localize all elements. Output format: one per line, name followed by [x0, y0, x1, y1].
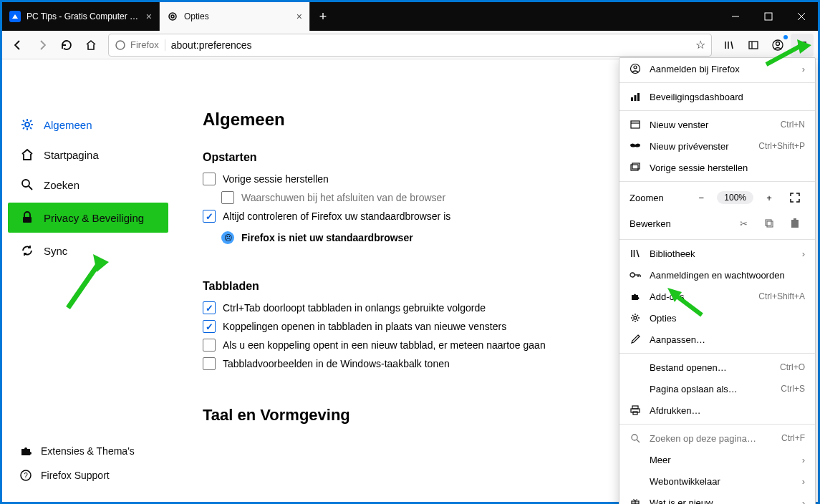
search-icon	[630, 432, 641, 444]
label: Webontwikkelaar	[650, 476, 794, 487]
checkbox-icon[interactable]	[203, 320, 216, 333]
fullscreen-button[interactable]	[785, 189, 805, 206]
menu-new-window[interactable]: Nieuw venster Ctrl+N	[619, 114, 815, 135]
label: Nieuw venster	[650, 120, 772, 130]
sidebar-button[interactable]	[742, 34, 765, 57]
menu-customize[interactable]: Aanpassen…	[619, 329, 815, 350]
account-icon	[630, 63, 641, 74]
sidebar-item-general[interactable]: Algemeen	[2, 110, 174, 140]
shortcut: Ctrl+Shift+P	[758, 141, 805, 151]
label: Pagina opslaan als…	[650, 384, 772, 394]
tab-options[interactable]: Opties ×	[160, 2, 310, 31]
account-button[interactable]	[766, 34, 789, 57]
svg-line-67	[637, 440, 640, 442]
svg-rect-36	[631, 97, 633, 101]
svg-line-25	[23, 120, 24, 122]
shortcut: Ctrl+O	[780, 362, 805, 372]
checkbox-icon[interactable]	[203, 357, 216, 370]
menu-open-file[interactable]: Bestand openen… Ctrl+O	[619, 357, 815, 378]
menu-restore-session[interactable]: Vorige sessie herstellen	[619, 157, 815, 178]
svg-rect-37	[635, 95, 637, 101]
sidebar-item-sync[interactable]: Sync	[2, 236, 174, 266]
svg-rect-4	[765, 13, 772, 20]
sidebar-item-privacy[interactable]: Privacy & Beveiliging	[8, 203, 168, 233]
zoom-in-button[interactable]: +	[759, 189, 779, 206]
menu-addons[interactable]: Add-ons Ctrl+Shift+A	[619, 286, 815, 307]
label: Koppelingen openen in tabbladen in plaat…	[223, 321, 506, 332]
menu-save-as[interactable]: Pagina opslaan als… Ctrl+S	[619, 378, 815, 399]
label: Extensies & Thema's	[41, 445, 135, 457]
sidebar-extensions-link[interactable]: Extensies & Thema's	[2, 439, 174, 463]
sidebar-item-label: Startpagina	[44, 149, 99, 161]
checkbox-icon[interactable]	[203, 210, 216, 223]
svg-line-30	[29, 186, 32, 190]
close-icon[interactable]: ×	[146, 11, 152, 22]
zoom-value[interactable]: 100%	[717, 191, 753, 204]
cut-button[interactable]: ✂	[733, 215, 753, 232]
bookmark-star-icon[interactable]: ☆	[695, 38, 705, 52]
sidebar-item-label: Sync	[44, 245, 67, 257]
identity-box[interactable]: Firefox	[115, 39, 165, 51]
url-input[interactable]: about:preferences	[171, 39, 690, 51]
menu-security-dashboard[interactable]: Beveiligingsdashboard	[619, 86, 815, 107]
menu-library[interactable]: Bibliotheek ›	[619, 243, 815, 264]
svg-line-26	[30, 127, 32, 129]
sad-face-icon: ☹	[221, 231, 234, 244]
gear-icon	[630, 312, 641, 324]
menu-webdev[interactable]: Webontwikkelaar ›	[619, 470, 815, 492]
shortcut: Ctrl+F	[781, 433, 805, 443]
sidebar-item-home[interactable]: Startpagina	[2, 140, 174, 170]
library-button[interactable]	[718, 34, 741, 57]
label: Firefox Support	[41, 470, 110, 481]
close-button[interactable]	[785, 2, 818, 31]
url-bar[interactable]: Firefox about:preferences ☆	[108, 34, 712, 57]
svg-point-7	[116, 41, 125, 49]
label: Afdrukken…	[650, 405, 805, 416]
label: Vorige sessie herstellen	[650, 163, 805, 173]
preferences-sidebar: Algemeen Startpagina Zoeken Privacy & Be…	[2, 59, 174, 502]
label: Als u een koppeling opent in een nieuw t…	[223, 339, 546, 351]
maximize-button[interactable]	[752, 2, 785, 31]
checkbox-icon[interactable]	[203, 173, 216, 185]
checkbox-icon[interactable]	[203, 339, 216, 352]
svg-line-10	[731, 42, 733, 49]
menu-zoom-row: Zoomen − 100% +	[619, 185, 815, 210]
svg-line-60	[637, 320, 639, 321]
menu-whats-new[interactable]: Wat is er nieuw ›	[619, 492, 815, 504]
zoom-out-button[interactable]: −	[691, 189, 711, 206]
printer-icon	[630, 404, 641, 416]
puzzle-icon	[19, 445, 32, 457]
hamburger-menu-button[interactable]	[791, 34, 814, 57]
key-icon	[630, 269, 641, 281]
close-icon[interactable]: ×	[296, 11, 302, 22]
back-button[interactable]	[6, 34, 29, 57]
menu-print[interactable]: Afdrukken…	[619, 399, 815, 421]
chevron-right-icon: ›	[802, 248, 805, 259]
chevron-right-icon: ›	[802, 498, 805, 505]
new-tab-button[interactable]: +	[310, 2, 336, 31]
svg-line-59	[632, 315, 634, 316]
firefox-icon	[115, 39, 126, 51]
tab-pctips[interactable]: PC Tips - Gratis Computer tips ×	[2, 2, 160, 31]
gift-icon	[630, 497, 641, 504]
menu-more[interactable]: Meer ›	[619, 449, 815, 470]
home-button[interactable]	[79, 34, 102, 57]
reload-button[interactable]	[55, 34, 78, 57]
menu-new-private-window[interactable]: Nieuw privévenster Ctrl+Shift+P	[619, 135, 815, 157]
checkbox-icon[interactable]	[203, 301, 216, 314]
sidebar-item-label: Privacy & Beveiliging	[44, 212, 144, 224]
paste-button[interactable]	[785, 215, 805, 232]
svg-point-29	[22, 180, 29, 187]
label: Zoeken op deze pagina…	[650, 433, 773, 444]
sidebar-support-link[interactable]: ? Firefox Support	[2, 463, 174, 488]
menu-find-in-page[interactable]: Zoeken op deze pagina… Ctrl+F	[619, 427, 815, 449]
sidebar-item-search[interactable]: Zoeken	[2, 170, 174, 200]
label: Beveiligingsdashboard	[650, 92, 805, 102]
menu-logins[interactable]: Aanmeldingen en wachtwoorden	[619, 264, 815, 286]
forward-button[interactable]	[31, 34, 54, 57]
copy-button[interactable]	[759, 215, 779, 232]
menu-signin[interactable]: Aanmelden bij Firefox ›	[619, 58, 815, 79]
menu-edit-row: Bewerken ✂	[619, 210, 815, 236]
minimize-button[interactable]	[719, 2, 752, 31]
menu-options[interactable]: Opties	[619, 307, 815, 329]
